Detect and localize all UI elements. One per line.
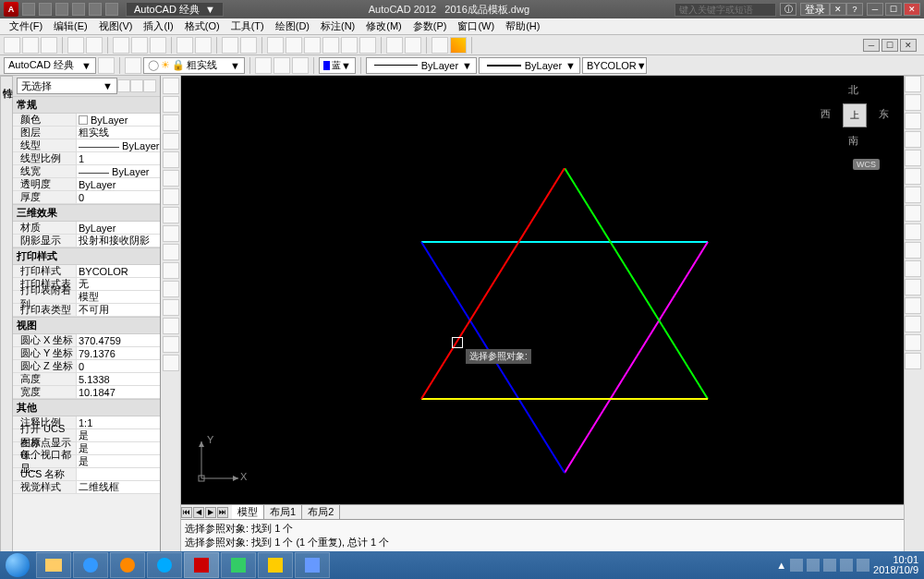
copy-icon[interactable] (131, 37, 148, 54)
circle-icon[interactable] (163, 115, 179, 131)
ray-icon[interactable] (163, 355, 179, 371)
rect-icon[interactable] (163, 151, 179, 168)
tab-layout2[interactable]: 布局2 (302, 505, 340, 519)
prop-value[interactable]: 是 (76, 455, 160, 467)
prop-value[interactable]: 二维线框 (76, 481, 160, 493)
stretch-icon[interactable] (905, 223, 921, 240)
viewcube[interactable]: 北 南 西 东 上 (822, 83, 887, 148)
qat-open-icon[interactable] (39, 3, 52, 16)
viewcube-top-face[interactable]: 上 (843, 103, 867, 127)
arc-icon[interactable] (163, 133, 179, 150)
prop-value[interactable]: ———— ByLayer (76, 139, 160, 151)
prop-value[interactable]: 是 (76, 429, 160, 441)
qat-redo-icon[interactable] (89, 3, 102, 16)
app-logo-icon[interactable]: A (4, 2, 18, 17)
extend-icon[interactable] (905, 260, 921, 277)
taskbar-wmp[interactable] (110, 552, 145, 578)
properties-titlebar-vertical[interactable]: 特性 (0, 76, 13, 556)
select-objects-icon[interactable] (130, 79, 143, 92)
prop-value[interactable]: ByLayer (76, 114, 160, 126)
join-icon[interactable] (905, 297, 921, 314)
prop-value[interactable]: ByLayer (76, 222, 160, 234)
prop-value[interactable]: 370.4759 (76, 334, 160, 346)
tab-model[interactable]: 模型 (232, 505, 264, 519)
menu-标注[interactable]: 标注(N) (315, 19, 360, 33)
ellipse-icon[interactable] (163, 170, 179, 187)
taskbar-autocad[interactable] (184, 552, 219, 578)
explode-icon[interactable] (905, 353, 921, 369)
mirror-icon[interactable] (905, 113, 921, 129)
menu-参数[interactable]: 参数(P) (407, 19, 453, 33)
prop-value[interactable]: ByLayer (76, 178, 160, 190)
taskbar-ie[interactable] (73, 552, 108, 578)
spline-icon[interactable] (163, 318, 179, 334)
hatch-tool-icon[interactable] (163, 188, 179, 205)
qat-print-icon[interactable] (105, 3, 118, 16)
plot-icon[interactable] (67, 37, 84, 54)
tray-volume-icon[interactable] (840, 559, 853, 572)
zoom-icon[interactable] (240, 37, 257, 54)
undo-icon[interactable] (176, 37, 193, 54)
menu-修改[interactable]: 修改(M) (360, 19, 407, 33)
prop-value[interactable]: 10.1847 (76, 386, 160, 398)
taskbar-search[interactable] (147, 552, 182, 578)
login-button[interactable]: 登录 (800, 3, 830, 16)
sheet-set-icon[interactable] (322, 37, 339, 54)
doc-close-button[interactable]: ✕ (900, 39, 917, 52)
tray-shield-icon[interactable] (807, 559, 820, 572)
markup-icon[interactable] (341, 37, 358, 54)
design-center-icon[interactable] (286, 37, 302, 54)
menu-编辑[interactable]: 编辑(E) (48, 19, 93, 33)
layer-combo[interactable]: ◯☀🔒 粗实线▼ (143, 57, 245, 74)
prop-value[interactable]: 1:1 (76, 416, 160, 428)
taskbar-app2[interactable] (258, 552, 293, 578)
tab-last-button[interactable]: ⏭ (217, 507, 228, 518)
command-line[interactable]: 选择参照对象: 找到 1 个 选择参照对象: 找到 1 个 (1 个重复), 总… (181, 519, 904, 556)
prop-group-打印样式[interactable]: 打印样式 (13, 247, 160, 265)
prop-value[interactable]: 粗实线 (76, 127, 160, 139)
exchange-icon[interactable]: ✕ (830, 3, 846, 16)
fillet-icon[interactable] (905, 334, 921, 351)
menu-格式[interactable]: 格式(O) (179, 19, 225, 33)
scale-icon[interactable] (905, 205, 921, 222)
prop-group-三维效果[interactable]: 三维效果 (13, 204, 160, 222)
trim-icon[interactable] (905, 242, 921, 259)
layer-states-icon[interactable] (405, 37, 421, 54)
move-icon[interactable] (905, 168, 921, 185)
save-icon[interactable] (41, 37, 57, 54)
line-icon[interactable] (163, 78, 179, 94)
prop-value[interactable]: 不可用 (76, 304, 160, 316)
tray-clock[interactable]: 10:012018/10/9 (873, 555, 918, 575)
model-viewport[interactable]: 选择参照对象: 北 南 西 东 上 WCS Y X (181, 76, 904, 504)
tab-layout1[interactable]: 布局1 (264, 505, 302, 519)
dim-icon[interactable] (163, 225, 179, 242)
prop-group-常规[interactable]: 常规 (13, 96, 160, 114)
hatch-icon[interactable] (450, 37, 467, 54)
prop-value[interactable]: 79.1376 (76, 347, 160, 359)
taskbar-app1[interactable] (221, 552, 256, 578)
properties-icon[interactable] (267, 37, 284, 54)
menu-窗口[interactable]: 窗口(W) (452, 19, 500, 33)
selection-combo[interactable]: 无选择▼ (17, 78, 117, 94)
menu-绘图[interactable]: 绘图(D) (270, 19, 315, 33)
pickadd-icon[interactable] (117, 79, 130, 92)
minimize-button[interactable]: ─ (867, 3, 883, 16)
copy-obj-icon[interactable] (905, 94, 921, 111)
qat-undo-icon[interactable] (72, 3, 85, 16)
layer-prev-icon[interactable] (274, 57, 290, 74)
doc-restore-button[interactable]: ☐ (881, 39, 898, 52)
tray-arrow-icon[interactable]: ▲ (776, 560, 786, 571)
prop-value[interactable]: ——— ByLayer (76, 165, 160, 177)
help-search-input[interactable] (675, 3, 776, 17)
taskbar-app3[interactable] (295, 552, 330, 578)
tab-first-button[interactable]: ⏮ (181, 507, 192, 518)
point-icon[interactable] (163, 262, 179, 279)
revcloud-icon[interactable] (163, 299, 179, 316)
open-icon[interactable] (22, 37, 39, 54)
preview-icon[interactable] (86, 37, 103, 54)
calc-icon[interactable] (359, 37, 376, 54)
prop-value[interactable] (76, 468, 160, 480)
prop-value[interactable]: 模型 (76, 291, 160, 303)
prop-value[interactable]: 5.1338 (76, 373, 160, 385)
prop-value[interactable]: 0 (76, 191, 160, 203)
